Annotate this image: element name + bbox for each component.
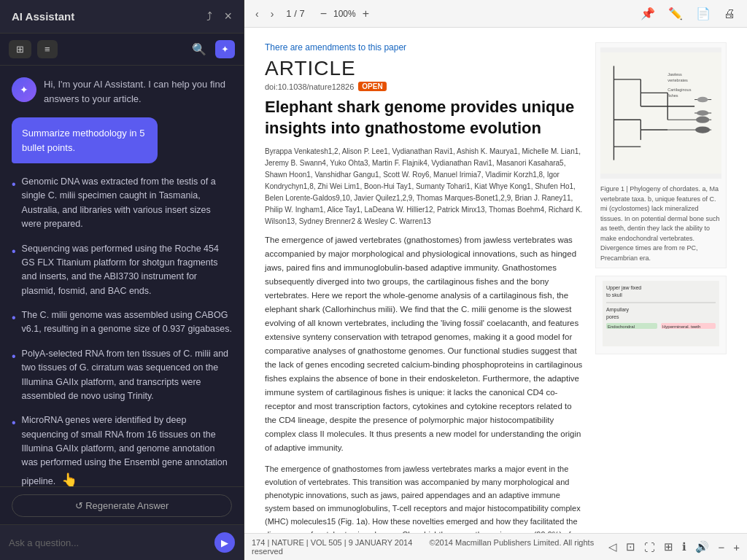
- list-item: • MicroRNA genes were identified by deep…: [12, 413, 232, 486]
- svg-point-23: [695, 126, 710, 133]
- bullet-text: Genomic DNA was extracted from the testi…: [22, 175, 232, 232]
- doi-text: doi:10.1038/nature12826: [265, 82, 354, 91]
- nav-forward-button[interactable]: ›: [267, 6, 278, 22]
- bullet-dot: •: [12, 348, 16, 404]
- wand-toolbar-button[interactable]: ✦: [215, 40, 235, 58]
- svg-point-22: [696, 117, 709, 123]
- svg-point-21: [697, 110, 709, 115]
- article-label: ARTICLE: [265, 57, 584, 80]
- list-item: • The C. milii genome was assembled usin…: [12, 308, 232, 337]
- pin-button[interactable]: 📌: [636, 4, 659, 23]
- svg-rect-24: [603, 281, 719, 346]
- doi-line: doi:10.1038/nature12826 OPEN: [265, 82, 584, 91]
- share-icon[interactable]: ⤴: [206, 10, 212, 23]
- fullscreen-footer-icon[interactable]: ⛶: [644, 541, 655, 553]
- bullet-text: Sequencing was performed using the Roche…: [22, 242, 232, 299]
- zoom-plus-footer-icon[interactable]: +: [733, 541, 740, 553]
- article-panel: ‹ › 1 / 7 − 100% + 📌 ✏️ 📄 🖨 There are am…: [244, 0, 747, 560]
- highlight-icon: ✏️: [668, 7, 683, 20]
- wand-icon: ✦: [221, 44, 229, 55]
- figure-caption: Figure 1 | Phylogeny of chordates. a, Ma…: [600, 184, 721, 263]
- ai-header-icons: ⤴ ×: [206, 9, 232, 24]
- list-item: • PolyA-selected RNA from ten tissues of…: [12, 347, 232, 404]
- zoom-minus-footer-icon[interactable]: −: [718, 541, 724, 553]
- article-title: Elephant shark genome provides unique in…: [265, 97, 584, 139]
- bullet-list: • Genomic DNA was extracted from the tes…: [12, 175, 232, 486]
- page-view-button[interactable]: 📄: [692, 4, 715, 23]
- menu-icon: ≡: [44, 44, 50, 55]
- svg-text:Endochondral: Endochondral: [608, 324, 635, 329]
- ai-panel-title: AI Assistant: [12, 10, 74, 23]
- svg-point-20: [697, 97, 708, 102]
- side-chart: Upper jaw fixed to skull Ampullary pores…: [600, 281, 721, 346]
- svg-text:Jawless: Jawless: [667, 72, 682, 77]
- article-footer: 174 | NATURE | VOL 505 | 9 JANUARY 2014 …: [244, 533, 747, 560]
- abstract: The emergence of jawed vertebrates (gnat…: [265, 233, 584, 455]
- prompt-text: Summarize methodology in 5 bullet points…: [22, 128, 144, 153]
- bullet-dot: •: [12, 176, 16, 232]
- fit-footer-icon[interactable]: ⊡: [626, 540, 635, 553]
- zoom-level: 100%: [333, 9, 356, 19]
- ai-intro-row: ✦ Hi, I'm your AI Assistant. I can help …: [0, 66, 244, 117]
- svg-text:pores: pores: [606, 314, 619, 320]
- svg-text:Upper jaw fixed: Upper jaw fixed: [606, 285, 641, 291]
- svg-text:fishes: fishes: [667, 93, 678, 98]
- main-column: There are amendments to this paper ARTIC…: [265, 42, 584, 518]
- grid-toolbar-button[interactable]: ⊞: [9, 40, 31, 58]
- cursor-hand-icon: 👆: [61, 470, 77, 486]
- search-icon: 🔍: [192, 43, 206, 55]
- ask-input-row: ▶: [0, 524, 244, 560]
- authors: Byrappa Venkatesh1,2, Alison P. Lee1, Vy…: [265, 146, 584, 228]
- sound-footer-icon[interactable]: 🔊: [695, 540, 709, 553]
- bullet-text: The C. milii genome was assembled using …: [22, 308, 232, 337]
- avatar-icon: ✦: [20, 84, 28, 96]
- page-icon: 📄: [696, 7, 711, 20]
- body-paragraph-1: The emergence of gnathostomes from jawle…: [265, 462, 584, 533]
- avatar: ✦: [12, 77, 36, 102]
- ai-response-area: • Genomic DNA was extracted from the tes…: [0, 169, 244, 486]
- highlight-button[interactable]: ✏️: [664, 4, 687, 23]
- menu-toolbar-button[interactable]: ≡: [37, 40, 58, 58]
- bullet-text-5: MicroRNA genes were identified by deep s…: [22, 413, 232, 486]
- page-indicator: 1 / 7: [282, 8, 309, 19]
- close-button[interactable]: ×: [224, 9, 232, 24]
- ai-toolbar: ⊞ ≡ 🔍 ✦: [0, 34, 244, 66]
- nav-back-button[interactable]: ‹: [252, 6, 263, 22]
- svg-text:Hypermineral. teeth: Hypermineral. teeth: [662, 324, 700, 329]
- ai-header: AI Assistant ⤴ ×: [0, 0, 244, 34]
- ask-input[interactable]: [9, 537, 209, 548]
- send-button[interactable]: ▶: [214, 532, 235, 553]
- svg-text:vertebrates: vertebrates: [667, 78, 688, 82]
- zoom-in-button[interactable]: +: [359, 6, 373, 22]
- phylogeny-figure: Jawless vertebrates Cartilaginous fishes: [600, 47, 721, 179]
- print-icon: 🖨: [724, 7, 735, 20]
- amendments-banner: There are amendments to this paper: [265, 42, 584, 52]
- side-figure-bottom: Upper jaw fixed to skull Ampullary pores…: [595, 276, 727, 354]
- pin-icon: 📌: [640, 7, 655, 20]
- svg-text:Ampullary: Ampullary: [606, 307, 630, 313]
- info-footer-icon[interactable]: ℹ: [682, 540, 686, 553]
- svg-text:Cartilaginous: Cartilaginous: [667, 88, 691, 92]
- article-content: There are amendments to this paper ARTIC…: [244, 28, 747, 533]
- back-footer-icon[interactable]: ◁: [608, 540, 617, 553]
- print-button[interactable]: 🖨: [719, 5, 740, 23]
- bullet-dot: •: [12, 309, 16, 337]
- ai-intro-text: Hi, I'm your AI Assistant. I can help yo…: [44, 77, 232, 106]
- side-column: Jawless vertebrates Cartilaginous fishes…: [595, 42, 727, 518]
- zoom-out-button[interactable]: −: [317, 6, 330, 22]
- bullet-text: PolyA-selected RNA from ten tissues of C…: [22, 347, 232, 404]
- bullet-dot: •: [12, 243, 16, 299]
- open-badge: OPEN: [358, 82, 386, 91]
- search-toolbar-button[interactable]: 🔍: [189, 39, 209, 59]
- prompt-bubble: Summarize methodology in 5 bullet points…: [12, 117, 158, 163]
- ai-panel: AI Assistant ⤴ × ⊞ ≡ 🔍 ✦ ✦ Hi, I'm your …: [0, 0, 244, 560]
- send-icon: ▶: [221, 537, 228, 548]
- list-item: • Genomic DNA was extracted from the tes…: [12, 175, 232, 232]
- regenerate-area: ↺ Regenerate Answer: [0, 486, 244, 524]
- grid-footer-icon[interactable]: ⊞: [664, 540, 673, 553]
- zoom-controls: − 100% +: [317, 6, 373, 22]
- grid-icon: ⊞: [16, 44, 24, 55]
- list-item: • Sequencing was performed using the Roc…: [12, 242, 232, 299]
- regenerate-button[interactable]: ↺ Regenerate Answer: [12, 494, 232, 517]
- bullet-dot: •: [12, 414, 16, 486]
